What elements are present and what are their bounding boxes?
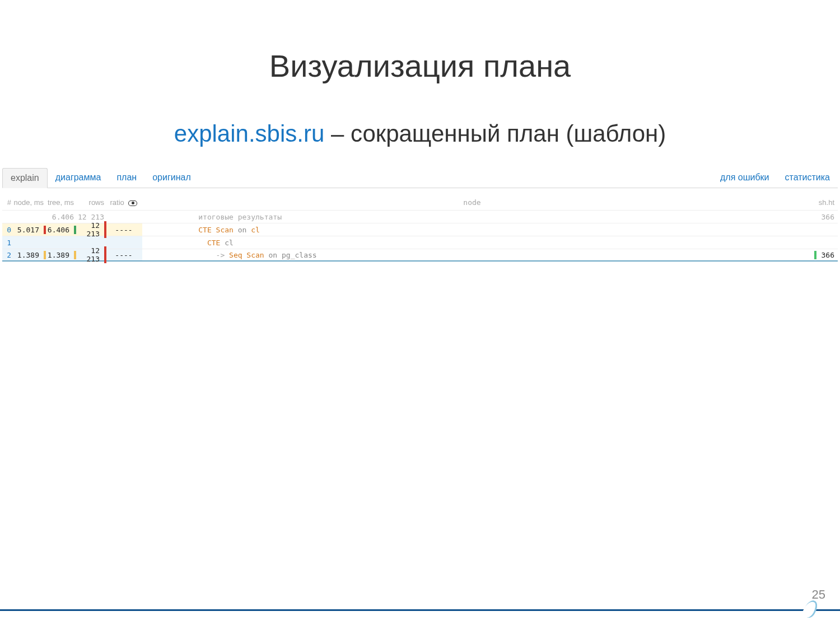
table-header: # node, ms tree, ms rows ratio node sh.h… [2,196,838,210]
tab-for-error[interactable]: для ошибки [712,168,777,188]
eye-icon[interactable] [128,200,137,206]
table-row[interactable]: 6.40612 213 итоговые результаты366 [2,210,838,223]
table-body: 6.40612 213 итоговые результаты36605.017… [2,210,838,262]
th-tree-ms: tree, ms [46,198,76,207]
th-node: node [138,198,806,207]
th-node-ms: node, ms [12,198,46,207]
subtitle-rest: – сокращенный план (шаблон) [324,120,666,147]
node-cell: -> Seq Scan on pg_class [138,251,806,259]
slide-title: Визуализация плана [0,48,840,84]
th-index: # [2,198,12,207]
node-cell: итоговые результаты [138,213,806,221]
node-cell: CTE Scan on cl [138,226,806,234]
tab-diagram[interactable]: диаграмма [48,168,109,188]
th-rows: rows [76,198,106,207]
table-row[interactable]: 21.3891.38912 213---- -> Seq Scan on pg_… [2,249,838,262]
table-row[interactable]: 1 CTE cl [2,236,838,249]
table-row[interactable]: 05.0176.40612 213---- CTE Scan on cl [2,223,838,236]
tab-original[interactable]: оригинал [144,168,199,188]
th-ratio: ratio [106,198,138,207]
tab-explain[interactable]: explain [2,168,48,188]
th-sh-ht: sh.ht [806,198,838,207]
subtitle-link[interactable]: explain.sbis.ru [174,120,324,147]
node-cell: CTE cl [138,239,806,247]
footer-divider [0,609,840,611]
tab-bar: explain диаграмма план оригинал для ошиб… [2,168,838,188]
slide-subtitle: explain.sbis.ru – сокращенный план (шабл… [0,120,840,147]
tab-statistics[interactable]: статистика [777,168,838,188]
tab-plan[interactable]: план [109,168,144,188]
page-number: 25 [812,587,825,602]
explain-panel: explain диаграмма план оригинал для ошиб… [2,168,838,262]
